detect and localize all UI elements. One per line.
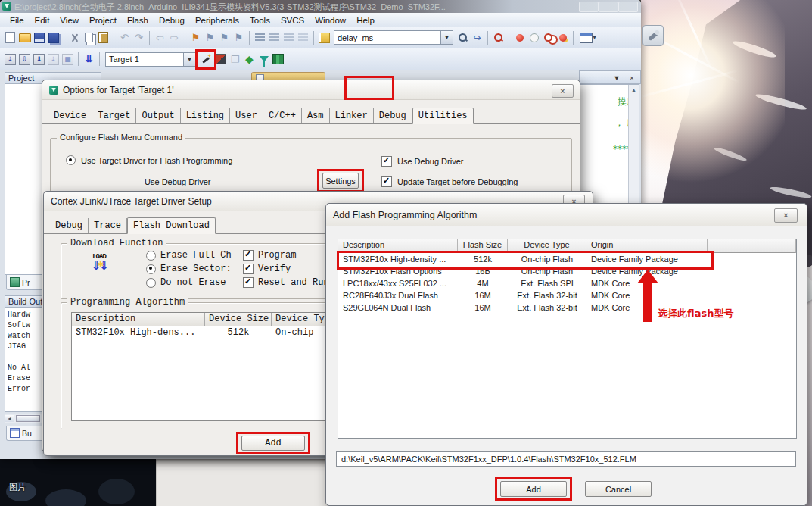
col-flash-size[interactable]: Flash Size: [458, 239, 508, 253]
menu-tools[interactable]: Tools: [244, 16, 275, 25]
desktop-icon-label[interactable]: 图片: [9, 482, 26, 493]
menu-edit[interactable]: Edit: [30, 16, 55, 25]
uncomment-icon[interactable]: [296, 30, 310, 45]
add-flash-dialog-titlebar[interactable]: Add Flash Programming Algorithm: [326, 204, 807, 226]
disable-breakpoint-icon[interactable]: [527, 30, 541, 45]
jlink-col-description[interactable]: Description: [72, 313, 205, 326]
manage-project-items-icon[interactable]: [213, 52, 228, 67]
floating-configure-button[interactable]: [642, 25, 664, 46]
menu-svcs[interactable]: SVCS: [275, 16, 310, 25]
flm-path-field[interactable]: d:\Keil_v5\ARM\PACK\Keil\STM32F1xx_DFP\1…: [336, 451, 796, 467]
reset-and-run-checkbox[interactable]: Reset and Run: [243, 277, 329, 288]
jlink-add-button[interactable]: Add: [241, 436, 305, 451]
options-dialog-titlebar[interactable]: Options for Target 'Target 1': [42, 80, 580, 100]
options-dialog-close-icon[interactable]: [552, 84, 574, 98]
bookmark-prev-icon[interactable]: ⚑: [203, 30, 217, 45]
flash-table-row-lpc18xx[interactable]: LPC18xx/43xx S25FL032 ... 4M Ext. Flash …: [338, 277, 796, 289]
disable-all-breakpoints-icon[interactable]: [541, 30, 555, 45]
window-layout-icon[interactable]: ▾: [577, 30, 599, 45]
do-not-erase-radio[interactable]: Do not Erase: [146, 277, 226, 288]
tab-target[interactable]: Target: [92, 108, 136, 123]
build-target-icon[interactable]: ⇩: [17, 52, 32, 67]
col-description[interactable]: Description: [338, 239, 458, 253]
window-titlebar[interactable]: E:\project\2.8inch(全动电子 2.8inch_Arduino_…: [0, 0, 641, 13]
save-icon[interactable]: [32, 30, 46, 45]
minimize-button[interactable]: [579, 2, 599, 12]
grep-hand-icon[interactable]: ↪: [470, 30, 484, 45]
pack-installer-icon[interactable]: [271, 52, 285, 67]
breakpoint-icon[interactable]: [512, 30, 527, 45]
chevron-down-icon[interactable]: ▼: [440, 31, 453, 44]
stop-build-icon[interactable]: ■: [61, 52, 75, 67]
menu-peripherals[interactable]: Peripherals: [190, 16, 244, 25]
tab-cpp[interactable]: C/C++: [263, 108, 302, 123]
verify-checkbox[interactable]: Verify: [243, 264, 291, 274]
kill-all-breakpoints-icon[interactable]: [555, 30, 570, 45]
download-to-flash-icon[interactable]: ⇊: [82, 52, 96, 67]
target-combobox[interactable]: Target 1 ▼: [105, 52, 196, 67]
menu-window[interactable]: Window: [310, 16, 351, 25]
select-software-packs-icon[interactable]: [257, 52, 271, 67]
redo-icon[interactable]: ↷: [132, 30, 146, 45]
bookmark-clear-icon[interactable]: ⚑: [232, 30, 246, 45]
options-for-target-button[interactable]: [198, 52, 213, 67]
menu-flash[interactable]: Flash: [122, 16, 154, 25]
scroll-up-icon[interactable]: ▲: [629, 85, 639, 95]
close-button[interactable]: [618, 2, 638, 12]
tab-asm[interactable]: Asm: [302, 108, 330, 123]
paste-icon[interactable]: [96, 30, 110, 45]
flash-table-row-rc28f640[interactable]: RC28F640J3x Dual Flash 16M Ext. Flash 32…: [338, 289, 796, 301]
settings-button[interactable]: Settings: [322, 173, 359, 189]
bookmark-toggle-icon[interactable]: ⚑: [188, 30, 203, 45]
use-target-driver-radio[interactable]: Use Target Driver for Flash Programming: [66, 155, 232, 165]
add-flash-cancel-button[interactable]: Cancel: [585, 481, 652, 497]
file-extensions-icon[interactable]: ❐: [228, 52, 242, 67]
tab-jlink-trace[interactable]: Trace: [89, 218, 127, 233]
erase-sector-radio[interactable]: Erase Sector:: [146, 264, 232, 274]
menu-project[interactable]: Project: [84, 16, 122, 25]
scroll-left-icon[interactable]: ◄: [5, 415, 14, 422]
translate-file-icon[interactable]: ⇣: [3, 52, 17, 67]
open-file-icon[interactable]: [17, 30, 32, 45]
tab-device[interactable]: Device: [48, 108, 92, 123]
copy-icon[interactable]: [82, 30, 96, 45]
update-target-checkbox[interactable]: Update Target before Debugging: [381, 176, 518, 187]
manage-run-time-environment-icon[interactable]: ◆: [242, 52, 257, 67]
tab-user[interactable]: User: [230, 108, 263, 123]
batch-build-icon[interactable]: ⇣: [46, 52, 61, 67]
chevron-down-icon[interactable]: ▼: [183, 53, 195, 66]
tab-linker[interactable]: Linker: [330, 108, 374, 123]
symbol-combobox[interactable]: delay_ms ▼: [334, 30, 453, 45]
build-pane-tab[interactable]: Bu: [6, 426, 47, 441]
tab-listing[interactable]: Listing: [181, 108, 230, 123]
dock-menu-icon[interactable]: ▼: [611, 73, 622, 83]
new-file-icon[interactable]: [3, 30, 17, 45]
navigate-forward-icon[interactable]: ⇨: [167, 30, 182, 45]
comment-icon[interactable]: [282, 30, 296, 45]
program-checkbox[interactable]: Program: [243, 250, 296, 261]
navigate-back-icon[interactable]: ⇦: [153, 30, 167, 45]
indent-icon[interactable]: [253, 30, 267, 45]
undo-icon[interactable]: ↶: [117, 30, 132, 45]
save-all-icon[interactable]: [46, 30, 61, 45]
maximize-button[interactable]: [599, 2, 618, 12]
menu-debug[interactable]: Debug: [154, 16, 190, 25]
tab-debug[interactable]: Debug: [374, 108, 412, 123]
flash-table-row-stm32-options[interactable]: STM32F10x Flash Options 16B On-chip Flas…: [338, 265, 796, 277]
tab-jlink-debug[interactable]: Debug: [50, 218, 89, 233]
unindent-icon[interactable]: [267, 30, 282, 45]
menu-help[interactable]: Help: [351, 16, 380, 25]
rebuild-all-icon[interactable]: ⬇: [32, 52, 46, 67]
add-flash-dialog-close-icon[interactable]: [774, 208, 798, 223]
menu-file[interactable]: File: [5, 16, 30, 25]
tab-utilities[interactable]: Utilities: [412, 108, 474, 124]
dock-close-icon[interactable]: ×: [627, 73, 637, 83]
flash-table-row-stm32-high-density[interactable]: STM32F10x High-density ... 512k On-chip …: [338, 253, 796, 265]
jlink-col-device-size[interactable]: Device Size: [205, 313, 272, 326]
add-flash-add-button[interactable]: Add: [500, 481, 567, 497]
tab-flash-download[interactable]: Flash Download: [127, 217, 216, 234]
configuration-book-icon[interactable]: [317, 30, 331, 45]
tab-output[interactable]: Output: [136, 108, 180, 123]
bookmark-next-icon[interactable]: ⚑: [217, 30, 232, 45]
scrollbar-thumb[interactable]: [16, 415, 40, 422]
